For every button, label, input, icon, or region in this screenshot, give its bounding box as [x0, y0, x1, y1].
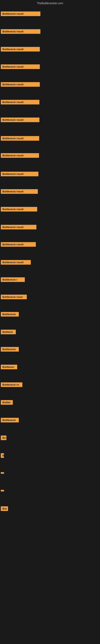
bottleneck-label: Bottleneck result [1, 172, 38, 176]
bottleneck-label: Bottlene [1, 330, 16, 334]
bottleneck-item: Bottleneck re [1, 382, 22, 388]
bottleneck-item: Bottleneck result [1, 207, 37, 212]
bottleneck-label: Bottleneck [1, 312, 19, 316]
bottleneck-item: Bottleneck [1, 312, 19, 317]
bottleneck-item: Bottleneck [1, 347, 19, 352]
bottleneck-label: Bottlenec [1, 365, 17, 369]
bottleneck-label: Bottleneck result [1, 136, 39, 141]
bottleneck-label: Bottleneck result [1, 82, 40, 87]
bottleneck-item: Bottleneck result [1, 82, 40, 88]
bottleneck-label: Bottleneck result [1, 242, 36, 247]
bottleneck-label: Bottleneck result [1, 47, 40, 52]
bottleneck-item: Bot [1, 506, 8, 512]
bottleneck-item: Bottleneck result [1, 189, 38, 194]
bottleneck-label: Bottleneck result [1, 260, 31, 265]
bottleneck-item: Bottlenec [1, 365, 17, 370]
bottleneck-item: Bottleneck result [1, 64, 40, 70]
bottleneck-label: Bottleneck result [1, 118, 39, 122]
bottleneck-item: Bo [1, 436, 6, 441]
bottleneck-label: Bo [1, 436, 6, 440]
bottleneck-label [1, 490, 4, 492]
bottleneck-item: Bottlene [1, 330, 16, 335]
bottleneck-item [1, 471, 4, 474]
bottleneck-label: Bottleneck result [1, 225, 36, 230]
bottleneck-item: Bottleneck result [1, 29, 40, 34]
bottleneck-item: Bottleneck result [1, 47, 40, 52]
bottleneck-label: Bottleneck re [1, 382, 22, 387]
site-header: TheBottlenecker.com [0, 0, 100, 6]
bottleneck-item: Bottleneck result [1, 225, 36, 230]
bottleneck-label: Bottleneck r [1, 277, 25, 282]
bottleneck-item: Bottler [1, 400, 13, 406]
bottleneck-label: B [1, 453, 4, 458]
bottleneck-label: Bottleneck resul [1, 295, 27, 299]
bottleneck-label: Bottler [1, 400, 13, 405]
bottleneck-item: Bottleneck result [1, 172, 38, 177]
bottleneck-label: Bot [1, 506, 8, 511]
bottleneck-label: Bottleneck result [1, 207, 37, 212]
bottleneck-item: Bottleneck result [1, 242, 36, 248]
bottleneck-label: Bottleneck result [1, 64, 40, 69]
bottleneck-item: Bottleneck result [1, 118, 39, 123]
bottleneck-item: Bottleneck resul [1, 295, 27, 300]
bottleneck-item: Bottleneck result [1, 260, 31, 266]
bottleneck-label: Bottleneck [1, 418, 19, 422]
bottleneck-item: B [1, 453, 4, 459]
bottleneck-label: Bottleneck result [1, 29, 40, 34]
bottleneck-label: Bottleneck result [1, 189, 38, 194]
bottleneck-item: Bottleneck [1, 418, 19, 423]
bottleneck-item: Bottleneck r [1, 277, 25, 283]
bottleneck-label: Bottleneck result [1, 12, 40, 16]
bottleneck-item [1, 489, 4, 492]
bottleneck-item: Bottleneck result [1, 12, 40, 17]
site-title: TheBottlenecker.com [37, 2, 63, 5]
bottleneck-item: Bottleneck result [1, 153, 39, 158]
bottleneck-label: Bottleneck [1, 347, 19, 352]
bottleneck-label: Bottleneck result [1, 100, 39, 104]
bottleneck-item: Bottleneck result [1, 100, 39, 105]
bottleneck-item: Bottleneck result [1, 136, 39, 142]
bottleneck-label [1, 472, 4, 474]
bottleneck-label: Bottleneck result [1, 153, 39, 158]
